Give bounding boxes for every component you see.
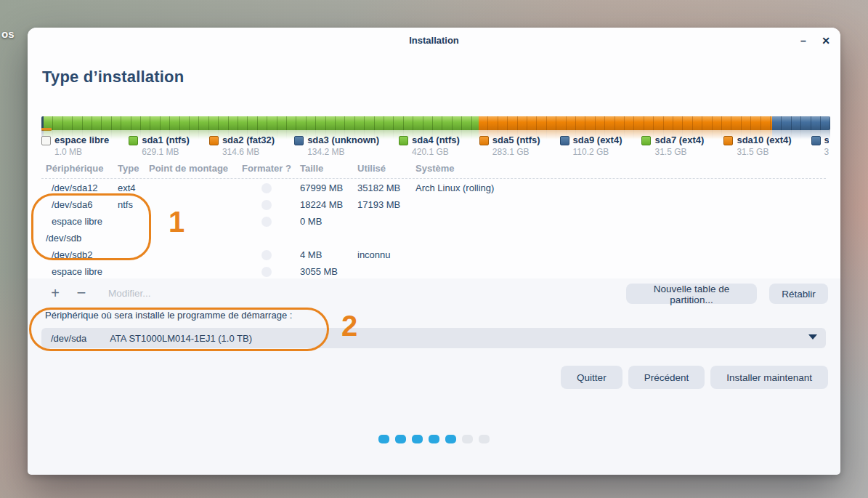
partition-segment-sda8-group [772, 116, 830, 130]
cell-type: ext4 [118, 182, 149, 193]
remove-partition-button[interactable]: − [74, 284, 89, 304]
partition-color-swatch [479, 136, 489, 145]
legend-item: sda10 (ext4) 31.5 GB [723, 134, 791, 160]
table-row[interactable]: /dev/sda6 ntfs 18224 MB 17193 MB [41, 196, 826, 213]
legend-partition-label: sda2 (fat32) [222, 134, 275, 147]
desktop-icon-label[interactable]: os [1, 28, 15, 40]
legend-item: sda3 (unknown) 134.2 MB [294, 134, 379, 160]
legend-item: sda2 (fat32) 314.6 MB [209, 134, 275, 160]
window-title: Installation [28, 35, 840, 46]
cell-device: /dev/sda6 [46, 199, 118, 210]
table-row[interactable]: espace libre 3055 MB [41, 263, 826, 280]
bootloader-device-model: ATA ST1000LM014-1EJ1 (1.0 TB) [110, 333, 252, 344]
cell-used: inconnu [357, 249, 415, 260]
legend-partition-label: sda7 (ext4) [654, 134, 704, 147]
partition-legend: espace libre 1.0 MB sda1 (ntfs) 629.1 MB… [41, 134, 829, 160]
legend-partition-label: espace libre [54, 134, 109, 147]
progress-dot-done [395, 435, 406, 443]
progress-dot-pending [462, 435, 473, 443]
legend-partition-size: 314.6 MB [222, 147, 275, 158]
legend-partition-size: 420.1 GB [412, 147, 460, 158]
cell-format [242, 266, 300, 278]
legend-partition-label: sda5 (ntfs) [492, 134, 540, 147]
add-partition-button[interactable]: + [48, 284, 62, 304]
legend-item: sda8 (ext4) 36.5 GB [811, 134, 829, 160]
bootloader-device-dropdown[interactable]: /dev/sda ATA ST1000LM014-1EJ1 (1.0 TB) [41, 328, 826, 348]
partition-segment-sda4-ntfs [44, 116, 478, 130]
new-partition-table-button[interactable]: Nouvelle table de partition... [626, 284, 757, 304]
legend-partition-size: 36.5 GB [824, 147, 829, 158]
table-row[interactable]: /dev/sdb [41, 230, 826, 246]
installer-window: Installation – ✕ Type d’installation esp… [28, 28, 840, 475]
column-header[interactable]: Type [118, 163, 149, 177]
partition-overview-bar [41, 116, 830, 130]
titlebar[interactable]: Installation – ✕ [28, 28, 840, 54]
legend-partition-label: sda10 (ext4) [737, 134, 791, 147]
cell-device: espace libre [46, 216, 118, 227]
partition-color-swatch [129, 136, 138, 145]
cell-device: /dev/sdb2 [46, 249, 118, 260]
cell-format [242, 249, 300, 261]
minimize-button[interactable]: – [795, 33, 811, 48]
format-checkbox[interactable] [261, 250, 272, 260]
legend-partition-label: sda1 (ntfs) [142, 134, 190, 147]
progress-dot-done [445, 435, 456, 443]
column-header[interactable]: Formater ? [242, 163, 300, 177]
table-row[interactable]: /dev/sda12 ext4 67999 MB 35182 MB Arch L… [41, 180, 826, 196]
legend-partition-size: 1.0 MB [54, 147, 109, 158]
legend-partition-size: 629.1 MB [142, 147, 190, 158]
progress-dot-done [429, 435, 439, 443]
cell-size: 4 MB [300, 249, 357, 260]
revert-button[interactable]: Rétablir [769, 284, 828, 304]
column-header[interactable]: Périphérique [46, 163, 118, 177]
footer-button-bar: Quitter Précédent Installer maintenant [561, 366, 828, 389]
table-row[interactable]: espace libre 0 MB [41, 213, 826, 230]
tiny-partition-marker [41, 128, 52, 131]
bootloader-device: /dev/sda [51, 333, 86, 344]
column-header[interactable]: Système [415, 163, 826, 177]
modify-partition-button[interactable]: Modifier... [108, 284, 151, 304]
progress-dot-done [378, 435, 389, 443]
legend-partition-label: sda8 (ext4) [824, 134, 829, 147]
legend-item: sda1 (ntfs) 629.1 MB [129, 134, 190, 160]
format-checkbox[interactable] [261, 200, 272, 210]
table-row[interactable]: /dev/sdb2 4 MB inconnu [41, 246, 826, 263]
partition-color-swatch [399, 136, 408, 145]
cell-used: 35182 MB [357, 182, 415, 193]
legend-partition-label: sda3 (unknown) [307, 134, 379, 147]
cell-format [242, 216, 300, 228]
column-header[interactable]: Point de montage [149, 163, 242, 177]
partition-color-swatch [41, 136, 51, 145]
partition-table: /dev/sda12 ext4 67999 MB 35182 MB Arch L… [41, 180, 826, 280]
legend-item: sda7 (ext4) 31.5 GB [641, 134, 704, 160]
install-now-button[interactable]: Installer maintenant [710, 366, 828, 389]
chevron-down-icon [808, 334, 817, 340]
cell-size: 67999 MB [300, 182, 357, 193]
column-header[interactable]: Utilisé [357, 163, 415, 177]
cell-device: /dev/sda12 [46, 182, 118, 193]
partition-color-swatch [294, 136, 304, 145]
quit-button[interactable]: Quitter [561, 366, 622, 389]
format-checkbox[interactable] [261, 267, 272, 277]
cell-format [242, 199, 300, 211]
cell-format [242, 182, 300, 194]
legend-item: sda9 (ext4) 110.2 GB [560, 134, 622, 160]
partition-color-swatch [641, 136, 651, 145]
partition-color-swatch [811, 136, 821, 145]
cell-size: 3055 MB [300, 266, 357, 277]
partition-color-swatch [560, 136, 569, 145]
format-checkbox[interactable] [261, 183, 272, 193]
progress-step-indicator [28, 435, 840, 443]
format-checkbox[interactable] [261, 217, 272, 227]
column-header[interactable]: Taille [300, 163, 357, 177]
legend-partition-size: 31.5 GB [654, 147, 704, 158]
bootloader-label: Périphérique où sera installé le program… [45, 310, 292, 321]
close-button[interactable]: ✕ [818, 33, 834, 48]
back-button[interactable]: Précédent [628, 366, 705, 389]
legend-item: sda4 (ntfs) 420.1 GB [399, 134, 460, 160]
cell-size: 0 MB [300, 216, 357, 227]
page-title: Type d’installation [42, 68, 184, 87]
legend-item: sda5 (ntfs) 283.1 GB [479, 134, 540, 160]
legend-item: espace libre 1.0 MB [41, 134, 109, 160]
cell-used: 17193 MB [357, 199, 415, 210]
